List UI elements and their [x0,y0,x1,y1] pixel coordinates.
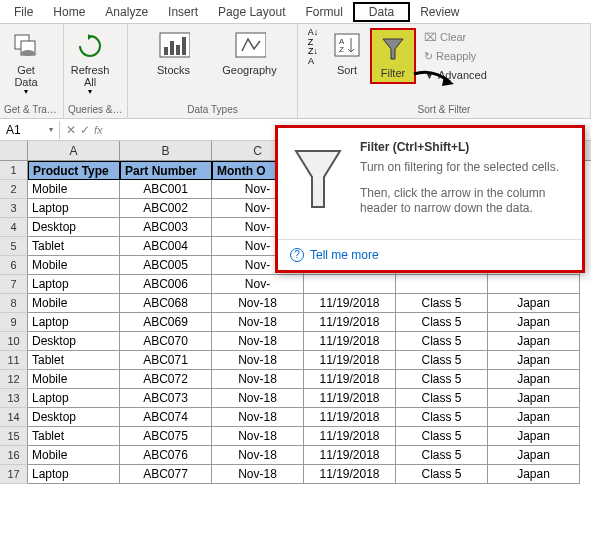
tab-home[interactable]: Home [43,2,95,22]
cell[interactable]: Japan [488,294,580,313]
tab-review[interactable]: Review [410,2,469,22]
cell[interactable]: Japan [488,446,580,465]
check-icon[interactable]: ✓ [80,123,90,137]
cell[interactable]: ABC006 [120,275,212,294]
cell[interactable]: 11/19/2018 [304,446,396,465]
cell[interactable]: Japan [488,408,580,427]
cell[interactable]: Product Type [28,161,120,180]
cell[interactable]: 11/19/2018 [304,427,396,446]
cell[interactable]: Nov-18 [212,408,304,427]
cell[interactable]: Japan [488,332,580,351]
cell[interactable]: Nov-18 [212,389,304,408]
row-header[interactable]: 5 [0,237,28,256]
cell[interactable]: ABC075 [120,427,212,446]
cell[interactable]: Tablet [28,237,120,256]
row-header[interactable]: 17 [0,465,28,484]
cell[interactable]: Nov-18 [212,332,304,351]
cell[interactable]: 11/19/2018 [304,313,396,332]
col-header[interactable]: B [120,141,212,160]
row-header[interactable]: 1 [0,161,28,180]
geography-button[interactable]: Geography [218,28,282,78]
cell[interactable]: ABC072 [120,370,212,389]
cell[interactable]: Class 5 [396,370,488,389]
cell[interactable]: ABC003 [120,218,212,237]
tab-insert[interactable]: Insert [158,2,208,22]
row-header[interactable]: 16 [0,446,28,465]
cell[interactable]: 11/19/2018 [304,332,396,351]
sort-za-button[interactable]: Z↓A [302,47,324,65]
cell[interactable]: Mobile [28,446,120,465]
sort-button[interactable]: AZ Sort [328,28,366,78]
cell[interactable]: Mobile [28,256,120,275]
cell[interactable]: Class 5 [396,351,488,370]
row-header[interactable]: 13 [0,389,28,408]
cell[interactable]: Part Number [120,161,212,180]
row-header[interactable]: 7 [0,275,28,294]
reapply-button[interactable]: ↻Reapply [424,47,487,65]
cell[interactable]: Tablet [28,351,120,370]
tab-file[interactable]: File [4,2,43,22]
cell[interactable]: ABC068 [120,294,212,313]
cell[interactable]: Japan [488,389,580,408]
filter-button[interactable]: Filter [373,31,413,81]
cell[interactable]: Class 5 [396,427,488,446]
cell[interactable]: ABC069 [120,313,212,332]
cell[interactable]: ABC002 [120,199,212,218]
cell[interactable]: Nov-18 [212,465,304,484]
stocks-button[interactable]: Stocks [144,28,204,78]
cell[interactable]: Class 5 [396,332,488,351]
get-data-button[interactable]: Get Data ▾ [4,28,48,99]
cell[interactable]: 11/19/2018 [304,351,396,370]
row-header[interactable]: 12 [0,370,28,389]
tab-page-layout[interactable]: Page Layout [208,2,295,22]
cell[interactable]: Class 5 [396,446,488,465]
cell[interactable]: Mobile [28,180,120,199]
cell[interactable]: 11/19/2018 [304,294,396,313]
tab-data[interactable]: Data [353,2,410,22]
row-header[interactable]: 4 [0,218,28,237]
tab-analyze[interactable]: Analyze [95,2,158,22]
cell[interactable]: Class 5 [396,294,488,313]
cell[interactable]: Desktop [28,408,120,427]
cell[interactable]: ABC070 [120,332,212,351]
cell[interactable]: ABC001 [120,180,212,199]
cell[interactable]: Class 5 [396,389,488,408]
row-header[interactable]: 9 [0,313,28,332]
row-header[interactable]: 6 [0,256,28,275]
cell[interactable]: 11/19/2018 [304,370,396,389]
row-header[interactable]: 10 [0,332,28,351]
cell[interactable]: Class 5 [396,408,488,427]
col-header[interactable]: A [28,141,120,160]
cell[interactable]: Nov-18 [212,294,304,313]
cell[interactable]: Desktop [28,218,120,237]
advanced-button[interactable]: ▼Advanced [424,66,487,84]
row-header[interactable]: 11 [0,351,28,370]
cell[interactable]: Japan [488,427,580,446]
cell[interactable]: ABC004 [120,237,212,256]
cell[interactable]: Laptop [28,199,120,218]
cell[interactable]: Tablet [28,427,120,446]
cell[interactable]: 11/19/2018 [304,465,396,484]
cell[interactable]: Japan [488,351,580,370]
cell[interactable]: ABC077 [120,465,212,484]
cell[interactable]: ABC071 [120,351,212,370]
fx-button[interactable]: fx [94,124,103,136]
row-header[interactable]: 8 [0,294,28,313]
cell[interactable]: Class 5 [396,465,488,484]
cell[interactable]: Japan [488,465,580,484]
cell[interactable]: ABC073 [120,389,212,408]
cell[interactable]: Nov-18 [212,446,304,465]
select-all-corner[interactable] [0,141,28,160]
cell[interactable]: Nov-18 [212,351,304,370]
cell[interactable] [304,275,396,294]
cell[interactable]: 11/19/2018 [304,408,396,427]
cell[interactable]: Mobile [28,294,120,313]
sort-az-button[interactable]: A↓Z [302,28,324,46]
cell[interactable]: ABC074 [120,408,212,427]
cell[interactable]: Nov- [212,275,304,294]
cell[interactable]: Laptop [28,275,120,294]
cell[interactable]: Laptop [28,313,120,332]
tell-me-more-link[interactable]: ? Tell me more [278,239,582,270]
row-header[interactable]: 14 [0,408,28,427]
name-box[interactable]: A1▾ [0,121,60,139]
